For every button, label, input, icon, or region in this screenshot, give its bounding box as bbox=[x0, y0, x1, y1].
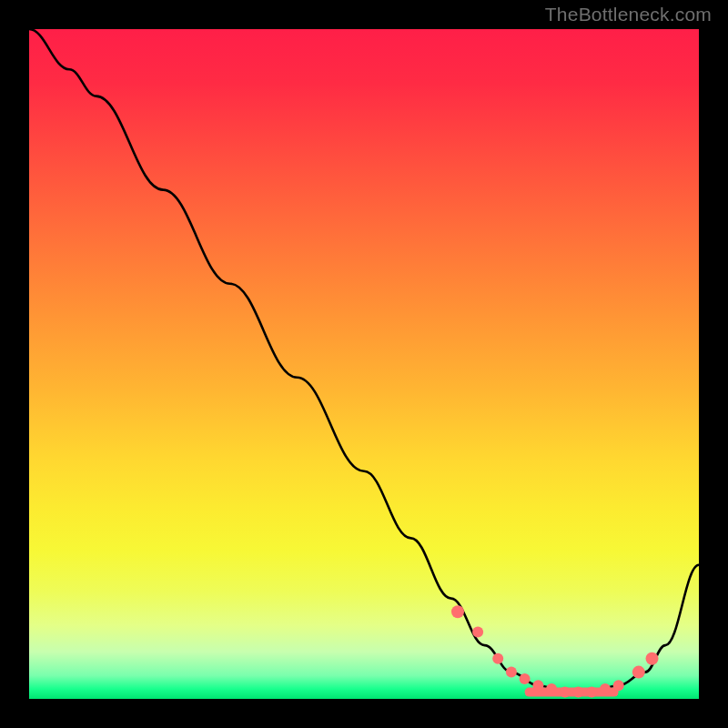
optimal-range-markers bbox=[451, 605, 659, 697]
marker-dot bbox=[646, 652, 659, 665]
curve-layer bbox=[29, 29, 699, 699]
marker-dot bbox=[506, 667, 517, 678]
marker-dot bbox=[600, 683, 611, 694]
plot-area bbox=[29, 29, 699, 699]
marker-dot bbox=[532, 680, 543, 691]
marker-dot bbox=[613, 680, 624, 691]
marker-dot bbox=[472, 626, 483, 637]
marker-dot bbox=[546, 683, 557, 694]
marker-dot bbox=[451, 605, 464, 618]
marker-dot bbox=[586, 687, 597, 698]
marker-dot bbox=[520, 673, 531, 684]
marker-dot bbox=[573, 687, 584, 698]
marker-dot bbox=[492, 653, 503, 664]
bottleneck-curve bbox=[29, 29, 699, 693]
watermark-text: TheBottleneck.com bbox=[545, 4, 712, 25]
marker-dot bbox=[632, 666, 645, 679]
chart-frame: TheBottleneck.com bbox=[0, 0, 728, 728]
marker-dot bbox=[560, 687, 571, 698]
